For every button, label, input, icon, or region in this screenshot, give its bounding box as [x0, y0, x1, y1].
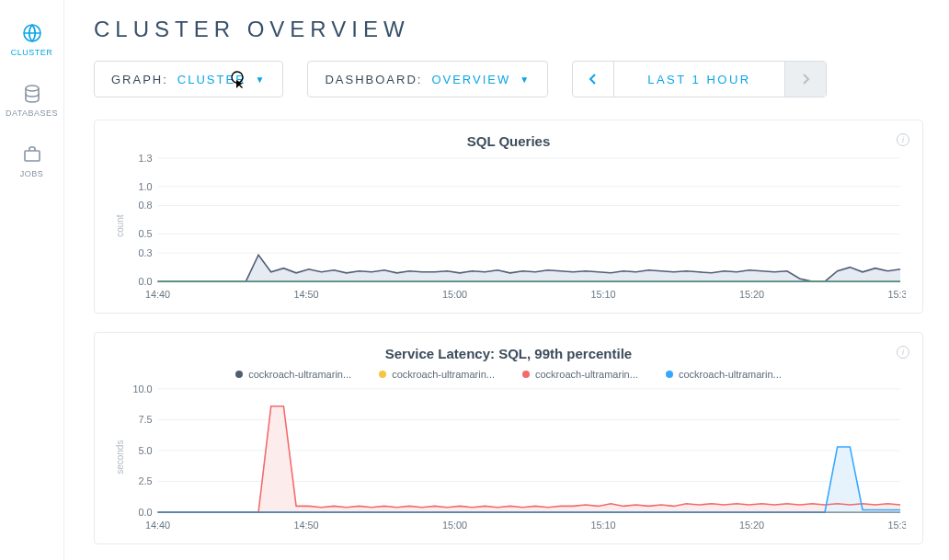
svg-text:14:50: 14:50 [293, 520, 318, 531]
legend-label: cockroach-ultramarin... [392, 369, 495, 380]
legend-item[interactable]: cockroach-ultramarin... [379, 369, 495, 380]
svg-text:15:20: 15:20 [739, 520, 764, 531]
controls-row: GRAPH: CLUSTER ▼ DASHBOARD: OVERVIEW ▼ L… [94, 61, 923, 97]
info-icon[interactable]: i [897, 346, 909, 359]
briefcase-icon [21, 143, 43, 166]
sidebar-item-cluster[interactable]: CLUSTER [0, 11, 63, 72]
legend-label: cockroach-ultramarin... [679, 369, 782, 380]
svg-text:7.5: 7.5 [139, 414, 153, 425]
legend-item[interactable]: cockroach-ultramarin... [235, 369, 351, 380]
main: CLUSTER OVERVIEW GRAPH: CLUSTER ▼ DASHBO… [64, 0, 949, 560]
svg-text:0.0: 0.0 [139, 276, 153, 287]
sidebar: CLUSTER DATABASES JOBS [0, 0, 64, 560]
chart-ylabel: seconds [111, 380, 125, 534]
legend-label: cockroach-ultramarin... [535, 369, 638, 380]
svg-text:15:10: 15:10 [590, 289, 615, 300]
svg-text:0.0: 0.0 [139, 507, 153, 518]
legend-dot [666, 371, 673, 378]
svg-text:15:00: 15:00 [442, 520, 467, 531]
legend-item[interactable]: cockroach-ultramarin... [666, 369, 782, 380]
chart-legend: cockroach-ultramarin...cockroach-ultrama… [111, 369, 906, 380]
svg-text:2.5: 2.5 [139, 475, 153, 486]
legend-dot [235, 371, 243, 378]
svg-text:0.3: 0.3 [139, 247, 153, 258]
svg-text:14:40: 14:40 [145, 289, 170, 300]
panel-sql-queries: SQL Queries i count 0.00.30.50.81.01.314… [94, 120, 923, 314]
dashboard-selector[interactable]: DASHBOARD: OVERVIEW ▼ [307, 61, 548, 97]
svg-text:15:20: 15:20 [739, 289, 764, 300]
legend-dot [522, 371, 530, 378]
svg-text:1.0: 1.0 [139, 181, 153, 192]
panel-service-latency: Service Latency: SQL, 99th percentile i … [94, 332, 923, 544]
chevron-down-icon: ▼ [256, 74, 267, 85]
sidebar-item-jobs[interactable]: JOBS [0, 132, 63, 193]
timerange-control: LAST 1 HOUR [572, 61, 827, 97]
sidebar-item-label: JOBS [20, 169, 44, 178]
svg-text:1.3: 1.3 [139, 153, 153, 164]
svg-text:5.0: 5.0 [139, 445, 153, 456]
graph-selector[interactable]: GRAPH: CLUSTER ▼ [94, 61, 283, 97]
dashboard-selector-label: DASHBOARD: [325, 73, 422, 86]
svg-text:15:00: 15:00 [442, 289, 467, 300]
sidebar-item-label: DATABASES [6, 109, 58, 118]
svg-text:15:30: 15:30 [888, 520, 906, 531]
svg-text:0.8: 0.8 [139, 200, 153, 211]
svg-rect-2 [25, 151, 40, 161]
page-title: CLUSTER OVERVIEW [94, 17, 923, 42]
chart-sql-queries: 0.00.30.50.81.01.314:4014:5015:0015:1015… [125, 149, 906, 303]
svg-text:15:10: 15:10 [590, 520, 615, 531]
chart-title: Service Latency: SQL, 99th percentile [111, 346, 906, 361]
svg-point-1 [26, 86, 39, 91]
legend-item[interactable]: cockroach-ultramarin... [522, 369, 638, 380]
svg-text:15:30: 15:30 [888, 289, 906, 300]
chart-ylabel: count [111, 149, 125, 303]
graph-selector-label: GRAPH: [111, 73, 168, 86]
sidebar-item-label: CLUSTER [11, 48, 53, 57]
legend-dot [379, 371, 386, 378]
globe-icon [21, 22, 43, 44]
info-icon[interactable]: i [897, 133, 909, 146]
chart-service-latency: 0.02.55.07.510.014:4014:5015:0015:1015:2… [125, 380, 906, 534]
svg-text:10.0: 10.0 [133, 383, 153, 394]
svg-text:14:40: 14:40 [145, 520, 170, 531]
chevron-right-icon [801, 74, 810, 85]
chart-title: SQL Queries [111, 133, 906, 149]
chevron-down-icon: ▼ [520, 74, 531, 85]
graph-selector-value: CLUSTER [177, 73, 246, 86]
svg-text:14:50: 14:50 [293, 289, 318, 300]
timerange-prev-button[interactable] [573, 62, 613, 97]
svg-text:0.5: 0.5 [139, 228, 153, 239]
database-icon [21, 83, 43, 105]
timerange-label[interactable]: LAST 1 HOUR [613, 62, 785, 97]
chevron-left-icon [589, 74, 598, 85]
sidebar-item-databases[interactable]: DATABASES [0, 72, 63, 132]
legend-label: cockroach-ultramarin... [248, 369, 351, 380]
timerange-next-button [785, 62, 826, 97]
dashboard-selector-value: OVERVIEW [431, 73, 510, 86]
